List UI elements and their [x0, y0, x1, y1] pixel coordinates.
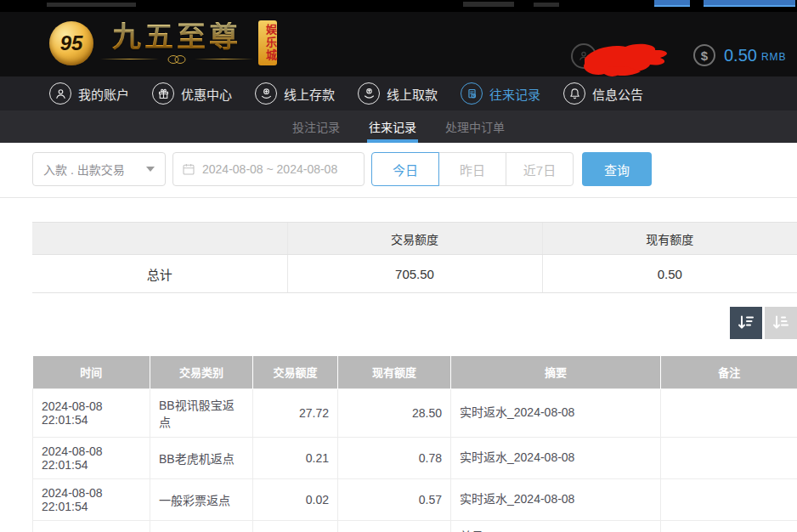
col-summary: 摘要 — [451, 356, 661, 388]
cell-time: 2024-08-08 20:13:06 — [33, 520, 150, 532]
cell-balance: 28.50 — [338, 388, 451, 437]
cell-note — [661, 437, 797, 478]
dollar-coin-icon: $ — [693, 44, 715, 66]
nav-item-online-withdraw[interactable]: 线上取款 — [358, 82, 438, 105]
date-range-value: 2024-08-08 ~ 2024-08-08 — [202, 162, 337, 176]
records-header-row: 时间 交易类别 交易额度 现有额度 摘要 备注 — [33, 356, 797, 388]
nav-item-promotions[interactable]: 优惠中心 — [152, 82, 232, 105]
summary-header-empty — [32, 223, 287, 255]
cell-amount: 27.72 — [253, 388, 338, 437]
site-logo[interactable]: 95 九五至尊 娱乐城 — [49, 20, 277, 65]
calendar-icon — [182, 162, 195, 176]
table-row: 2024-08-08 22:01:54 BB老虎机返点 0.21 0.78 实时… — [33, 437, 797, 478]
cell-amount: 0.02 — [253, 478, 338, 520]
balance-amount: 0.50 — [724, 46, 757, 65]
withdraw-icon — [358, 82, 380, 105]
last7days-button[interactable]: 近7日 — [506, 152, 574, 186]
bell-icon — [563, 82, 585, 105]
clipped-text — [534, 3, 559, 7]
table-row: 2024-08-08 22:01:54 BB视讯骰宝返点 27.72 28.50… — [33, 388, 797, 437]
main-nav: 我的账户 优惠中心 线上存款 线上取款 往来记录 — [0, 76, 797, 110]
records-icon — [461, 82, 483, 105]
nav-item-announcements[interactable]: 信息公告 — [563, 82, 643, 105]
clipped-text — [47, 3, 136, 7]
summary-transaction-total: 705.50 — [287, 255, 542, 293]
col-time: 时间 — [33, 356, 150, 388]
col-note: 备注 — [661, 356, 797, 388]
query-button[interactable]: 查询 — [582, 152, 652, 186]
date-range-input[interactable]: 2024-08-08 ~ 2024-08-08 — [172, 152, 365, 186]
cell-note — [661, 388, 797, 437]
logo-badge: 娱乐城 — [258, 20, 277, 65]
site-header: 95 九五至尊 娱乐城 — [0, 12, 797, 76]
cell-balance: 0.78 — [338, 437, 451, 478]
summary-table: 交易额度 现有额度 总计 705.50 0.50 — [32, 222, 797, 293]
cell-type: BB视讯骰宝返点 — [150, 388, 253, 437]
sort-controls — [32, 307, 797, 339]
balance-display[interactable]: $ 0.50 RMB — [693, 44, 787, 66]
logo-title: 九五至尊 — [112, 22, 241, 51]
sort-descending-icon — [737, 314, 755, 332]
clipped-link[interactable] — [704, 0, 795, 7]
clipped-top-strip — [0, 0, 797, 12]
user-icon — [49, 82, 71, 105]
gift-icon — [152, 82, 174, 105]
sort-ascending-button[interactable] — [765, 307, 797, 339]
sort-descending-button[interactable] — [730, 307, 762, 339]
transaction-type-value: 入款 . 出款交易 — [43, 161, 125, 178]
deposit-icon — [255, 82, 277, 105]
col-balance: 现有额度 — [338, 356, 451, 388]
tab-pending-orders[interactable]: 处理中订单 — [444, 110, 506, 143]
cell-time: 2024-08-08 22:01:54 — [33, 437, 150, 478]
filter-bar: 入款 . 出款交易 2024-08-08 ~ 2024-08-08 今日 昨日 … — [32, 152, 797, 186]
cell-balance: 500.55 — [338, 520, 451, 532]
col-amount: 交易额度 — [253, 356, 338, 388]
logo-flourish — [100, 54, 253, 65]
transaction-type-select[interactable]: 入款 . 出款交易 — [32, 152, 166, 186]
nav-item-online-deposit[interactable]: 线上存款 — [255, 82, 335, 105]
cell-summary: 单号:202408093693231906 人民币(RMB): 500 — [451, 520, 661, 532]
yesterday-button[interactable]: 昨日 — [438, 152, 506, 186]
cell-type: 一般彩票返点 — [150, 478, 253, 520]
redacted-username-scribble — [578, 40, 675, 79]
cell-time: 2024-08-08 22:01:54 — [33, 478, 150, 520]
summary-total-row: 总计 705.50 0.50 — [32, 255, 797, 293]
clipped-link[interactable] — [654, 0, 690, 7]
col-type: 交易类别 — [150, 356, 253, 388]
quick-date-buttons: 今日 昨日 近7日 — [371, 152, 574, 186]
logo-emblem-icon: 95 — [49, 21, 93, 65]
cell-type: 线上存款 — [150, 520, 253, 532]
summary-total-label: 总计 — [32, 255, 287, 293]
cell-note — [661, 478, 797, 520]
tab-bet-records[interactable]: 投注记录 — [291, 110, 342, 143]
summary-header-transaction: 交易额度 — [287, 223, 542, 255]
page: 95 九五至尊 娱乐城 — [0, 0, 797, 532]
table-row: 2024-08-08 22:01:54 一般彩票返点 0.02 0.57 实时返… — [33, 478, 797, 520]
record-subtabs: 投注记录 往来记录 处理中订单 — [0, 110, 797, 143]
nav-item-transaction-records[interactable]: 往来记录 — [461, 82, 540, 105]
cell-amount: 500.00 — [253, 520, 338, 532]
today-button[interactable]: 今日 — [371, 152, 439, 186]
cell-time: 2024-08-08 22:01:54 — [33, 388, 150, 437]
nav-item-my-account[interactable]: 我的账户 — [49, 82, 129, 105]
table-row: 2024-08-08 20:13:06 线上存款 500.00 500.55 单… — [33, 520, 797, 532]
chevron-down-icon — [146, 167, 155, 172]
cell-note: Okpay — [661, 520, 797, 532]
tab-transaction-records[interactable]: 往来记录 — [367, 110, 418, 143]
cell-summary: 实时返水_2024-08-08 — [451, 478, 661, 520]
cell-summary: 实时返水_2024-08-08 — [451, 437, 661, 478]
divider — [0, 197, 797, 198]
cell-amount: 0.21 — [253, 437, 338, 478]
summary-balance-total: 0.50 — [542, 255, 797, 293]
cell-balance: 0.57 — [338, 478, 451, 520]
clipped-text — [463, 2, 514, 7]
cell-type: BB老虎机返点 — [150, 437, 253, 478]
summary-header-balance: 现有额度 — [542, 223, 797, 255]
records-table: 时间 交易类别 交易额度 现有额度 摘要 备注 2024-08-08 22:01… — [32, 356, 797, 532]
sort-ascending-icon — [772, 314, 790, 332]
cell-summary: 实时返水_2024-08-08 — [451, 388, 661, 437]
balance-currency: RMB — [761, 51, 787, 63]
